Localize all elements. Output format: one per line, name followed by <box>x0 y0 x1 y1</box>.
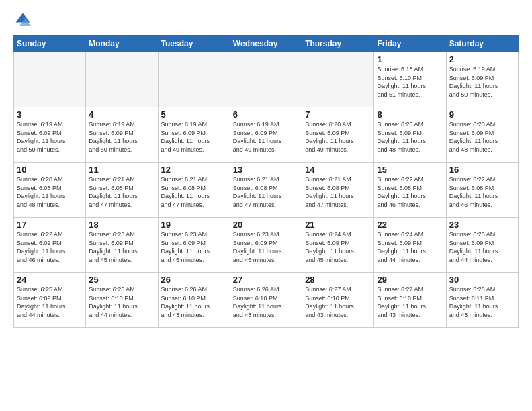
calendar-cell: 4Sunrise: 6:19 AM Sunset: 6:09 PM Daylig… <box>86 107 158 163</box>
day-info: Sunrise: 6:19 AM Sunset: 6:09 PM Dayligh… <box>233 120 299 154</box>
calendar-cell: 13Sunrise: 6:21 AM Sunset: 6:08 PM Dayli… <box>230 163 302 218</box>
day-info: Sunrise: 6:21 AM Sunset: 6:08 PM Dayligh… <box>305 175 371 209</box>
day-info: Sunrise: 6:25 AM Sunset: 6:10 PM Dayligh… <box>89 285 154 319</box>
day-number: 6 <box>233 109 299 120</box>
day-info: Sunrise: 6:21 AM Sunset: 6:08 PM Dayligh… <box>233 175 299 209</box>
calendar-week-row: 24Sunrise: 6:25 AM Sunset: 6:09 PM Dayli… <box>14 273 519 328</box>
day-info: Sunrise: 6:22 AM Sunset: 6:08 PM Dayligh… <box>449 175 515 209</box>
calendar-cell: 11Sunrise: 6:21 AM Sunset: 6:08 PM Dayli… <box>86 163 158 218</box>
day-number: 21 <box>305 220 371 230</box>
calendar-cell: 24Sunrise: 6:25 AM Sunset: 6:09 PM Dayli… <box>14 273 86 328</box>
day-info: Sunrise: 6:22 AM Sunset: 6:08 PM Dayligh… <box>377 175 443 209</box>
day-number: 2 <box>449 54 515 64</box>
calendar-cell: 22Sunrise: 6:24 AM Sunset: 6:09 PM Dayli… <box>374 218 446 273</box>
day-info: Sunrise: 6:24 AM Sunset: 6:09 PM Dayligh… <box>377 230 443 264</box>
day-info: Sunrise: 6:19 AM Sunset: 6:09 PM Dayligh… <box>17 120 83 154</box>
calendar-cell <box>302 52 374 107</box>
weekday-header-row: SundayMondayTuesdayWednesdayThursdayFrid… <box>14 36 519 52</box>
calendar-cell: 3Sunrise: 6:19 AM Sunset: 6:09 PM Daylig… <box>14 107 86 163</box>
calendar-cell: 2Sunrise: 6:19 AM Sunset: 6:09 PM Daylig… <box>446 52 518 107</box>
day-info: Sunrise: 6:19 AM Sunset: 6:09 PM Dayligh… <box>89 120 154 154</box>
weekday-header-monday: Monday <box>86 36 158 52</box>
day-number: 22 <box>377 220 443 230</box>
day-number: 23 <box>449 220 515 230</box>
day-number: 30 <box>449 275 515 285</box>
day-number: 25 <box>89 275 154 285</box>
weekday-header-sunday: Sunday <box>14 36 86 52</box>
day-info: Sunrise: 6:18 AM Sunset: 6:10 PM Dayligh… <box>377 65 443 99</box>
calendar-cell: 18Sunrise: 6:23 AM Sunset: 6:09 PM Dayli… <box>86 218 158 273</box>
day-info: Sunrise: 6:28 AM Sunset: 6:11 PM Dayligh… <box>449 285 515 319</box>
calendar-cell: 19Sunrise: 6:23 AM Sunset: 6:09 PM Dayli… <box>158 218 230 273</box>
day-number: 11 <box>89 165 154 175</box>
calendar-cell: 1Sunrise: 6:18 AM Sunset: 6:10 PM Daylig… <box>374 52 446 107</box>
calendar-cell: 27Sunrise: 6:26 AM Sunset: 6:10 PM Dayli… <box>230 273 302 328</box>
calendar-cell: 29Sunrise: 6:27 AM Sunset: 6:10 PM Dayli… <box>374 273 446 328</box>
calendar-cell: 9Sunrise: 6:20 AM Sunset: 6:09 PM Daylig… <box>446 107 518 163</box>
calendar-page: SundayMondayTuesdayWednesdayThursdayFrid… <box>0 0 532 338</box>
logo <box>13 11 35 30</box>
day-info: Sunrise: 6:21 AM Sunset: 6:08 PM Dayligh… <box>161 175 227 209</box>
day-info: Sunrise: 6:25 AM Sunset: 6:09 PM Dayligh… <box>17 285 83 319</box>
weekday-header-tuesday: Tuesday <box>158 36 230 52</box>
calendar-cell <box>158 52 230 107</box>
calendar-cell: 12Sunrise: 6:21 AM Sunset: 6:08 PM Dayli… <box>158 163 230 218</box>
day-number: 26 <box>161 275 227 285</box>
day-info: Sunrise: 6:26 AM Sunset: 6:10 PM Dayligh… <box>161 285 227 319</box>
calendar-week-row: 17Sunrise: 6:22 AM Sunset: 6:09 PM Dayli… <box>14 218 519 273</box>
day-number: 20 <box>233 220 299 230</box>
day-number: 13 <box>233 165 299 175</box>
calendar-cell: 28Sunrise: 6:27 AM Sunset: 6:10 PM Dayli… <box>302 273 374 328</box>
day-info: Sunrise: 6:19 AM Sunset: 6:09 PM Dayligh… <box>161 120 227 154</box>
day-number: 19 <box>161 220 227 230</box>
calendar-cell: 6Sunrise: 6:19 AM Sunset: 6:09 PM Daylig… <box>230 107 302 163</box>
weekday-header-saturday: Saturday <box>446 36 518 52</box>
calendar-cell: 15Sunrise: 6:22 AM Sunset: 6:08 PM Dayli… <box>374 163 446 218</box>
logo-icon <box>13 11 32 30</box>
day-number: 7 <box>305 109 371 120</box>
day-number: 10 <box>17 165 83 175</box>
header <box>13 11 519 30</box>
day-info: Sunrise: 6:20 AM Sunset: 6:09 PM Dayligh… <box>449 120 515 154</box>
weekday-header-thursday: Thursday <box>302 36 374 52</box>
day-info: Sunrise: 6:20 AM Sunset: 6:09 PM Dayligh… <box>377 120 443 154</box>
weekday-header-friday: Friday <box>374 36 446 52</box>
day-number: 12 <box>161 165 227 175</box>
calendar-cell: 17Sunrise: 6:22 AM Sunset: 6:09 PM Dayli… <box>14 218 86 273</box>
day-number: 14 <box>305 165 371 175</box>
day-number: 17 <box>17 220 83 230</box>
calendar-cell: 8Sunrise: 6:20 AM Sunset: 6:09 PM Daylig… <box>374 107 446 163</box>
day-number: 3 <box>17 109 83 120</box>
calendar-cell <box>14 52 86 107</box>
calendar-cell: 5Sunrise: 6:19 AM Sunset: 6:09 PM Daylig… <box>158 107 230 163</box>
calendar-cell: 20Sunrise: 6:23 AM Sunset: 6:09 PM Dayli… <box>230 218 302 273</box>
day-info: Sunrise: 6:21 AM Sunset: 6:08 PM Dayligh… <box>89 175 154 209</box>
calendar-cell: 25Sunrise: 6:25 AM Sunset: 6:10 PM Dayli… <box>86 273 158 328</box>
day-number: 5 <box>161 109 227 120</box>
day-number: 28 <box>305 275 371 285</box>
calendar-cell <box>86 52 158 107</box>
day-info: Sunrise: 6:23 AM Sunset: 6:09 PM Dayligh… <box>233 230 299 264</box>
calendar-cell: 23Sunrise: 6:25 AM Sunset: 6:09 PM Dayli… <box>446 218 518 273</box>
day-number: 29 <box>377 275 443 285</box>
calendar-cell: 10Sunrise: 6:20 AM Sunset: 6:08 PM Dayli… <box>14 163 86 218</box>
calendar-table: SundayMondayTuesdayWednesdayThursdayFrid… <box>13 35 519 328</box>
calendar-week-row: 1Sunrise: 6:18 AM Sunset: 6:10 PM Daylig… <box>14 52 519 107</box>
weekday-header-wednesday: Wednesday <box>230 36 302 52</box>
day-info: Sunrise: 6:20 AM Sunset: 6:09 PM Dayligh… <box>305 120 371 154</box>
day-number: 27 <box>233 275 299 285</box>
calendar-week-row: 3Sunrise: 6:19 AM Sunset: 6:09 PM Daylig… <box>14 107 519 163</box>
calendar-cell: 21Sunrise: 6:24 AM Sunset: 6:09 PM Dayli… <box>302 218 374 273</box>
day-info: Sunrise: 6:19 AM Sunset: 6:09 PM Dayligh… <box>449 65 515 99</box>
calendar-cell: 16Sunrise: 6:22 AM Sunset: 6:08 PM Dayli… <box>446 163 518 218</box>
day-info: Sunrise: 6:27 AM Sunset: 6:10 PM Dayligh… <box>377 285 443 319</box>
day-info: Sunrise: 6:22 AM Sunset: 6:09 PM Dayligh… <box>17 230 83 264</box>
calendar-cell: 30Sunrise: 6:28 AM Sunset: 6:11 PM Dayli… <box>446 273 518 328</box>
day-info: Sunrise: 6:27 AM Sunset: 6:10 PM Dayligh… <box>305 285 371 319</box>
day-number: 4 <box>89 109 154 120</box>
day-number: 16 <box>449 165 515 175</box>
day-number: 1 <box>377 54 443 64</box>
day-info: Sunrise: 6:20 AM Sunset: 6:08 PM Dayligh… <box>17 175 83 209</box>
day-number: 8 <box>377 109 443 120</box>
day-number: 9 <box>449 109 515 120</box>
